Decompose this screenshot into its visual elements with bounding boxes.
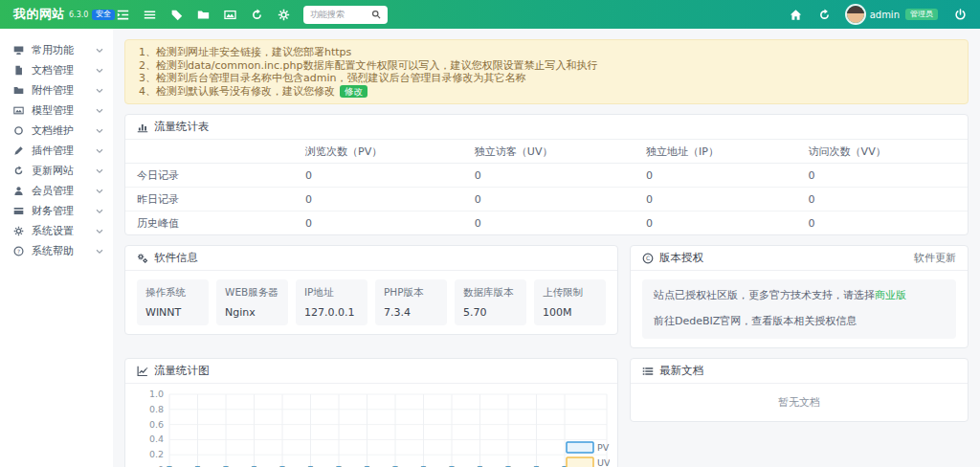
traffic-stats-title: 流量统计表 xyxy=(154,120,210,134)
role-badge: 管理员 xyxy=(905,9,938,20)
sidebar-item-4[interactable]: 模型管理 xyxy=(0,100,113,121)
main-content: 1、检测到网址非安全链接，建议您部署https2、检测到data/common.… xyxy=(113,29,980,467)
credit-card-icon xyxy=(13,206,24,216)
traffic-chart-title: 流量统计图 xyxy=(154,364,210,378)
notice-line: 4、检测到默认账号没有修改，建议您修改修改 xyxy=(139,85,954,99)
brand[interactable]: 我的网站 6.3.0 安全 xyxy=(13,6,113,23)
doc-list-icon xyxy=(642,366,654,377)
security-notices: 1、检测到网址非安全链接，建议您部署https2、检测到data/common.… xyxy=(124,39,969,104)
chevron-down-icon xyxy=(96,147,103,155)
power-icon[interactable] xyxy=(954,9,967,21)
site-title: 我的网站 xyxy=(13,6,65,23)
empty-docs-message: 暂无文档 xyxy=(631,384,968,421)
circle-icon xyxy=(13,125,24,136)
svg-text:1.0: 1.0 xyxy=(149,389,164,399)
search-input[interactable] xyxy=(310,10,371,19)
commercial-version-link[interactable]: 商业版 xyxy=(875,289,906,301)
fix-account-button[interactable]: 修改 xyxy=(340,85,368,98)
table-cell: 0 xyxy=(797,164,968,188)
sidebar-item-7[interactable]: 更新网站 xyxy=(0,161,113,181)
gears-icon xyxy=(137,253,148,264)
chevron-down-icon xyxy=(96,47,103,55)
column-header: 独立访客（UV） xyxy=(463,140,635,164)
license-line-2: 前往DedeBIZ官网，查看版本相关授权信息 xyxy=(654,314,945,328)
sidebar-toggle-icon[interactable] xyxy=(117,9,129,21)
traffic-chart-panel: 流量统计图 1.00.80.60.40.20-0.2-0.4-0.6-0.8PV… xyxy=(124,358,618,467)
table-cell: 昨日记录 xyxy=(125,188,294,211)
software-info-card: 操作系统 WINNT xyxy=(137,279,209,325)
notice-line: 2、检测到data/common.inc.php数据库配置文件权限可以写入，建议… xyxy=(139,59,954,73)
svg-text:0.6: 0.6 xyxy=(149,419,164,430)
svg-text:?: ? xyxy=(17,249,20,255)
file-icon xyxy=(13,65,24,76)
home-icon[interactable] xyxy=(790,9,802,21)
chevron-down-icon xyxy=(96,188,103,195)
svg-text:0.2: 0.2 xyxy=(149,449,164,459)
copyright-icon: C xyxy=(642,253,654,264)
sidebar: 常用功能 文档管理 附件管理 模型管理 文档维护 插件管理 xyxy=(0,29,113,467)
refresh-icon[interactable] xyxy=(818,9,831,21)
software-info-card: WEB服务器 Nginx xyxy=(216,279,288,325)
table-cell: 0 xyxy=(294,188,463,211)
notice-line: 3、检测到后台管理目录名称中包含admin，强烈建议后台管理目录修改为其它名称 xyxy=(139,72,954,85)
license-header: C 版本授权 软件更新 xyxy=(631,246,968,271)
sidebar-item-6[interactable]: 插件管理 xyxy=(0,141,113,161)
pen-icon xyxy=(13,145,24,156)
traffic-chart-area: 1.00.80.60.40.20-0.2-0.4-0.6-0.8PVUVIPVV xyxy=(125,384,617,467)
chevron-down-icon xyxy=(96,127,103,135)
search-box[interactable] xyxy=(303,6,388,24)
traffic-stats-panel: 流量统计表 浏览次数（PV）独立访客（UV）独立地址（IP）访问次数（VV） 今… xyxy=(124,114,969,235)
table-cell: 历史峰值 xyxy=(125,211,294,235)
folder-icon xyxy=(13,85,24,96)
user-icon xyxy=(13,186,24,196)
folder-icon[interactable] xyxy=(197,9,210,21)
sidebar-item-11[interactable]: ? 系统帮助 xyxy=(0,241,113,261)
table-cell: 0 xyxy=(797,188,968,211)
sidebar-item-3[interactable]: 附件管理 xyxy=(0,80,113,100)
latest-docs-header: 最新文档 xyxy=(631,359,968,384)
svg-text:0.8: 0.8 xyxy=(149,404,164,414)
traffic-table: 浏览次数（PV）独立访客（UV）独立地址（IP）访问次数（VV） 今日记录000… xyxy=(125,140,968,234)
chevron-down-icon xyxy=(96,228,103,235)
column-header: 浏览次数（PV） xyxy=(294,140,463,164)
tag-icon[interactable] xyxy=(170,9,183,21)
sidebar-item-10[interactable]: 系统设置 xyxy=(0,221,113,241)
site-version: 6.3.0 xyxy=(69,11,88,19)
table-cell: 今日记录 xyxy=(125,164,294,188)
search-icon[interactable] xyxy=(371,10,381,19)
username: admin xyxy=(870,10,900,20)
user-menu[interactable]: admin 管理员 xyxy=(847,6,938,23)
software-info-card: IP地址 127.0.0.1 xyxy=(296,279,368,325)
chevron-down-icon xyxy=(96,107,103,115)
chevron-down-icon xyxy=(96,208,103,215)
table-cell: 0 xyxy=(463,164,635,188)
header-right: admin 管理员 xyxy=(790,6,967,23)
sidebar-item-9[interactable]: 财务管理 xyxy=(0,201,113,221)
chevron-down-icon xyxy=(96,167,103,175)
chevron-down-icon xyxy=(96,87,103,95)
gear-icon[interactable] xyxy=(278,9,290,21)
traffic-chart-header: 流量统计图 xyxy=(125,359,617,384)
license-line-1: 站点已授权社区版，更多官方技术支持，请选择商业版 xyxy=(654,288,945,302)
svg-text:PV: PV xyxy=(597,442,610,453)
software-update-link[interactable]: 软件更新 xyxy=(914,251,956,265)
traffic-chart: 1.00.80.60.40.20-0.2-0.4-0.6-0.8PVUVIPVV xyxy=(135,387,610,467)
chart-image-icon[interactable] xyxy=(224,9,236,21)
table-cell: 0 xyxy=(635,211,797,235)
chevron-down-icon xyxy=(96,67,103,75)
table-cell: 0 xyxy=(294,211,463,235)
menu-list-icon[interactable] xyxy=(144,9,156,21)
table-cell: 0 xyxy=(463,211,635,235)
latest-docs-panel: 最新文档 暂无文档 xyxy=(630,358,969,422)
line-chart-icon xyxy=(137,366,148,377)
gear-icon xyxy=(13,226,24,236)
traffic-stats-header: 流量统计表 xyxy=(125,115,968,140)
refresh-icon[interactable] xyxy=(251,9,263,21)
sidebar-item-8[interactable]: 会员管理 xyxy=(0,181,113,201)
sidebar-item-1[interactable]: 常用功能 xyxy=(0,40,113,60)
svg-text:0.4: 0.4 xyxy=(149,434,164,444)
sidebar-item-2[interactable]: 文档管理 xyxy=(0,60,113,80)
sidebar-item-5[interactable]: 文档维护 xyxy=(0,121,113,141)
avatar[interactable] xyxy=(847,6,864,23)
column-header: 独立地址（IP） xyxy=(635,140,797,164)
